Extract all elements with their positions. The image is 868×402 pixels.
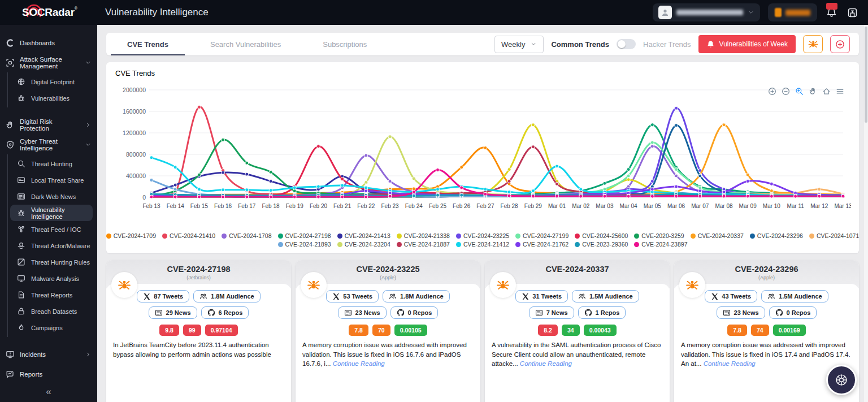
flame-icon bbox=[17, 323, 26, 332]
legend-item-cve-2024-21887[interactable]: CVE-2024-21887 bbox=[397, 241, 450, 248]
audience-pill[interactable]: 1.5M Audience bbox=[572, 290, 639, 302]
legend-item-cve-2024-21762[interactable]: CVE-2024-21762 bbox=[515, 241, 568, 248]
vulnerabilities-of-week-button[interactable]: Vulnerabilities of Week bbox=[698, 35, 796, 53]
sidebar-item-threat-reports[interactable]: Threat Reports bbox=[8, 287, 97, 303]
continue-reading-link[interactable]: Continue Reading bbox=[520, 360, 572, 367]
legend-item-cve-2024-21413[interactable]: CVE-2024-21413 bbox=[337, 232, 390, 239]
tweets-pill[interactable]: 31 Tweets bbox=[515, 290, 568, 302]
sidebar-item-threat-actor-malware[interactable]: Threat Actor/Malware bbox=[8, 237, 97, 254]
sidebar-item-label: Local Threat Share bbox=[31, 177, 84, 184]
zoom-out-icon[interactable] bbox=[782, 87, 790, 96]
repos-pill[interactable]: 6 Repos bbox=[201, 306, 249, 319]
news-pill[interactable]: 23 News bbox=[717, 306, 765, 319]
cve-id[interactable]: CVE-2024-23225 bbox=[296, 265, 480, 274]
legend-item-cve-2024-21338[interactable]: CVE-2024-21338 bbox=[397, 232, 450, 239]
legend-dot bbox=[162, 234, 167, 239]
repos-pill[interactable]: 1 Repos bbox=[578, 306, 626, 319]
audience-pill[interactable]: 1.5M Audience bbox=[761, 290, 828, 302]
audience-pill[interactable]: 1.8M Audience bbox=[383, 290, 450, 302]
scrollbar-thumb[interactable] bbox=[865, 27, 867, 123]
x-icon bbox=[143, 293, 150, 300]
notifications-button[interactable] bbox=[825, 6, 838, 19]
tweets-pill[interactable]: 87 Tweets bbox=[137, 290, 189, 302]
sidebar-item-vulnerabilities[interactable]: Vulnerabilities bbox=[8, 90, 97, 106]
sidebar-item-incidents[interactable]: Incidents bbox=[0, 344, 97, 364]
tab-subscriptions[interactable]: Subscriptions bbox=[302, 33, 388, 55]
legend-item-cve-2024-27199[interactable]: CVE-2024-27199 bbox=[515, 232, 568, 239]
cve-id[interactable]: CVE-2024-20337 bbox=[485, 265, 670, 274]
legend-item-cve-2024-23225[interactable]: CVE-2024-23225 bbox=[456, 232, 509, 239]
user-account-button[interactable] bbox=[653, 3, 760, 21]
tweets-pill[interactable]: 43 Tweets bbox=[705, 290, 757, 302]
legend-item-cve-2024-23296[interactable]: CVE-2024-23296 bbox=[750, 232, 803, 239]
sidebar-item-threat-hunting-rules[interactable]: Threat Hunting Rules bbox=[8, 254, 97, 270]
hacker-trends-label[interactable]: Hacker Trends bbox=[643, 40, 691, 49]
legend-item-cve-2024-25600[interactable]: CVE-2024-25600 bbox=[575, 232, 628, 239]
sidebar-item-threat-feed-ioc[interactable]: Threat Feed / IOC bbox=[8, 221, 97, 237]
cve-trends-chart[interactable]: 0400000800000120000016000002000000Feb 13… bbox=[114, 83, 851, 231]
tweets-pill[interactable]: 53 Tweets bbox=[326, 290, 379, 302]
continue-reading-link[interactable]: Continue Reading bbox=[704, 360, 756, 367]
tab-search-vulnerabilities[interactable]: Search Vulnerabilities bbox=[189, 33, 302, 55]
bug-button[interactable] bbox=[803, 35, 823, 53]
repos-pill[interactable]: 0 Repos bbox=[390, 306, 439, 319]
tab-cve-trends[interactable]: CVE Trends bbox=[106, 33, 189, 55]
main-tabs: CVE TrendsSearch VulnerabilitiesSubscrip… bbox=[106, 33, 388, 55]
sidebar-item-dark-web-news[interactable]: Dark Web News bbox=[8, 188, 97, 205]
socradar-logo[interactable]: SOCRadar® bbox=[0, 6, 97, 19]
sidebar-item-reports[interactable]: Reports bbox=[0, 364, 97, 383]
credits-pill[interactable] bbox=[768, 3, 817, 21]
sidebar-item-label: Campaigns bbox=[31, 325, 63, 331]
sidebar-item-digital-risk-protection[interactable]: Digital Risk Protection bbox=[0, 115, 97, 135]
legend-item-cve-2024-23204[interactable]: CVE-2024-23204 bbox=[337, 241, 390, 248]
legend-item-cve-2024-21410[interactable]: CVE-2024-21410 bbox=[162, 232, 215, 239]
building-icon bbox=[847, 7, 858, 18]
scrollbar[interactable] bbox=[864, 25, 868, 402]
legend-item-cve-2024-21412[interactable]: CVE-2024-21412 bbox=[456, 241, 509, 248]
audience-pill[interactable]: 1.8M Audience bbox=[193, 290, 261, 302]
legend-item-cve-2024-21893[interactable]: CVE-2024-21893 bbox=[278, 241, 331, 248]
sidebar-collapse-button[interactable]: « bbox=[0, 383, 97, 402]
sidebar-item-campaigns[interactable]: Campaigns bbox=[8, 319, 97, 336]
sidebar-item-malware-analysis[interactable]: Malware Analysis bbox=[8, 270, 97, 287]
legend-item-cve-2023-29360[interactable]: CVE-2023-29360 bbox=[575, 241, 628, 248]
sidebar-item-cyber-threat-intelligence[interactable]: Cyber Threat Intelligence bbox=[0, 135, 97, 154]
sidebar-item-breach-datasets[interactable]: Breach Datasets bbox=[8, 303, 97, 319]
legend-item-cve-2024-27198[interactable]: CVE-2024-27198 bbox=[278, 232, 331, 239]
support-chat-button[interactable] bbox=[826, 365, 857, 395]
panning-icon[interactable] bbox=[809, 87, 817, 96]
legend-item-cve-2024-23897[interactable]: CVE-2024-23897 bbox=[634, 241, 687, 248]
selection-zoom-icon[interactable] bbox=[795, 87, 804, 96]
repos-pill[interactable]: 0 Repos bbox=[769, 306, 817, 319]
cve-id[interactable]: CVE-2024-23296 bbox=[674, 265, 859, 274]
legend-item-cve-2024-1709[interactable]: CVE-2024-1709 bbox=[106, 232, 156, 239]
legend-item-cve-2024-20337[interactable]: CVE-2024-20337 bbox=[691, 232, 744, 239]
sidebar-item-vulnerability-intelligence[interactable]: Vulnerability Intelligence bbox=[10, 205, 93, 221]
sidebar-item-digital-footprint[interactable]: Digital Footprint bbox=[8, 74, 97, 90]
news-pill[interactable]: 23 News bbox=[338, 306, 387, 319]
molecule-icon bbox=[17, 225, 26, 234]
legend-item-cve-2024-1708[interactable]: CVE-2024-1708 bbox=[222, 232, 271, 239]
continue-reading-link[interactable]: Continue Reading bbox=[333, 360, 385, 367]
incident-icon bbox=[6, 350, 15, 359]
sidebar-item-local-threat-share[interactable]: Local Threat Share bbox=[8, 172, 97, 188]
globe-icon bbox=[17, 77, 26, 87]
period-select[interactable]: Weekly bbox=[494, 36, 544, 53]
reset-zoom-icon[interactable] bbox=[822, 87, 831, 96]
cve-id[interactable]: CVE-2024-27198 bbox=[106, 265, 291, 274]
news-pill[interactable]: 29 News bbox=[149, 306, 197, 319]
sidebar-item-dashboards[interactable]: Dashboards bbox=[0, 33, 97, 53]
sidebar-item-attack-surface-management[interactable]: Attack Surface Management bbox=[0, 53, 97, 72]
organization-button[interactable] bbox=[846, 6, 859, 19]
legend-item-cve-2024-1071[interactable]: CVE-2024-1071 bbox=[809, 232, 859, 239]
cve-card-cve-2024-23225: CVE-2024-23225(Apple)53 Tweets1.8M Audie… bbox=[296, 260, 480, 402]
trends-toggle[interactable] bbox=[617, 39, 636, 49]
news-pill[interactable]: 7 News bbox=[529, 306, 574, 319]
common-trends-label[interactable]: Common Trends bbox=[551, 40, 609, 49]
zoom-in-icon[interactable] bbox=[768, 87, 776, 96]
sidebar-item-threat-hunting[interactable]: Threat Hunting bbox=[8, 155, 97, 172]
chart-title: CVE Trends bbox=[114, 68, 851, 83]
menu-icon[interactable] bbox=[836, 87, 844, 96]
legend-item-cve-2020-3259[interactable]: CVE-2020-3259 bbox=[634, 232, 684, 239]
add-button[interactable] bbox=[830, 35, 850, 53]
